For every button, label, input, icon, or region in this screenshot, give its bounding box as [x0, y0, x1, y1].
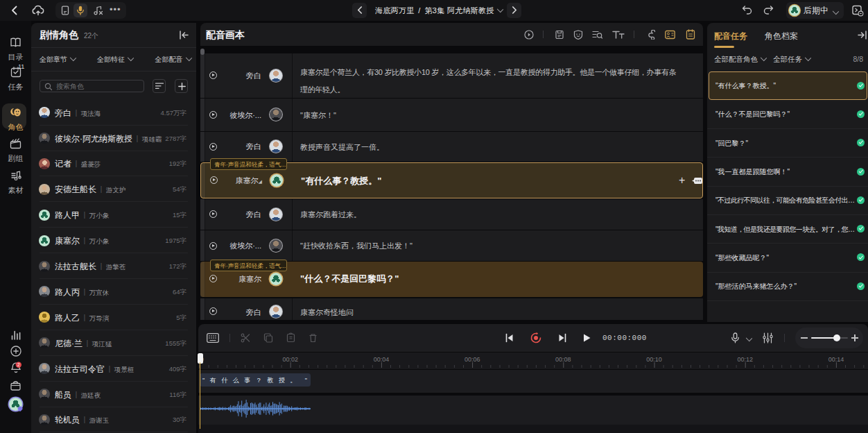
svg-text:2: 2 — [17, 362, 19, 367]
